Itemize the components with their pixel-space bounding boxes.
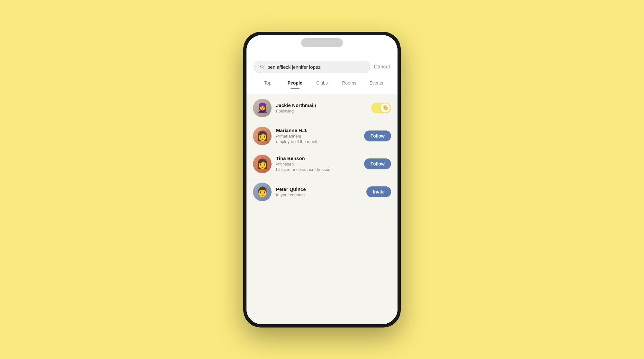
invite-button[interactable]: Invite — [366, 186, 391, 197]
tab-clubs[interactable]: Clubs — [309, 78, 335, 89]
search-value: ben affleck jennifer lopez — [267, 64, 321, 70]
tab-top[interactable]: Top — [254, 78, 281, 89]
person-info: Tina Benson @tinsben blessed and versace… — [276, 156, 360, 172]
avatar: 👩 — [253, 127, 272, 145]
person-row: 👩 Marianne H.J. @mariannehj employee of … — [246, 122, 398, 150]
person-bio: employee of the month — [276, 139, 360, 144]
notch-area — [246, 35, 398, 54]
person-sub: Following — [276, 109, 367, 113]
person-name: Jackie Northmain — [276, 103, 367, 108]
tab-people[interactable]: People — [281, 78, 308, 89]
tab-rooms[interactable]: Rooms — [335, 78, 362, 89]
search-icon — [260, 64, 265, 69]
follow-button[interactable]: Follow — [364, 158, 391, 169]
cancel-button[interactable]: Cancel — [374, 63, 390, 71]
person-info: Marianne H.J. @mariannehj employee of th… — [276, 128, 360, 144]
search-bar-row: ben affleck jennifer lopez Cancel — [254, 61, 390, 73]
wave-toggle-button[interactable]: 👋 — [371, 103, 391, 113]
person-row: 👨 Peter Quince In your contacts Invite — [246, 178, 398, 206]
follow-button[interactable]: Follow — [364, 130, 391, 141]
search-input-wrapper[interactable]: ben affleck jennifer lopez — [254, 61, 370, 73]
phone-screen: ben affleck jennifer lopez Cancel Top Pe… — [246, 35, 398, 324]
person-bio: blessed and versace dressed — [276, 167, 360, 172]
avatar: 👩 — [253, 155, 272, 173]
avatar: 🧕 — [253, 99, 272, 117]
person-info: Peter Quince In your contacts — [276, 186, 362, 197]
search-results: 🧕 Jackie Northmain Following 👋 — [246, 94, 398, 324]
avatar: 👨 — [253, 183, 272, 201]
person-name: Tina Benson — [276, 156, 360, 161]
tabs-row: Top People Clubs Rooms Events — [254, 78, 390, 89]
dynamic-island — [301, 38, 343, 47]
person-row: 🧕 Jackie Northmain Following 👋 — [246, 94, 398, 122]
wave-emoji: 👋 — [382, 105, 389, 111]
wave-circle: 👋 — [381, 103, 390, 112]
person-sub: In your contacts — [276, 193, 362, 197]
person-name: Peter Quince — [276, 186, 362, 192]
person-name: Marianne H.J. — [276, 128, 360, 133]
person-info: Jackie Northmain Following — [276, 103, 367, 113]
phone-frame: ben affleck jennifer lopez Cancel Top Pe… — [243, 32, 401, 328]
person-sub: @mariannehj — [276, 134, 360, 139]
person-row: 👩 Tina Benson @tinsben blessed and versa… — [246, 150, 398, 178]
svg-line-1 — [263, 67, 264, 69]
search-and-tabs: ben affleck jennifer lopez Cancel Top Pe… — [246, 54, 398, 94]
tab-events[interactable]: Events — [363, 78, 390, 89]
screen-content: ben affleck jennifer lopez Cancel Top Pe… — [246, 54, 398, 324]
person-sub: @tinsben — [276, 162, 360, 166]
